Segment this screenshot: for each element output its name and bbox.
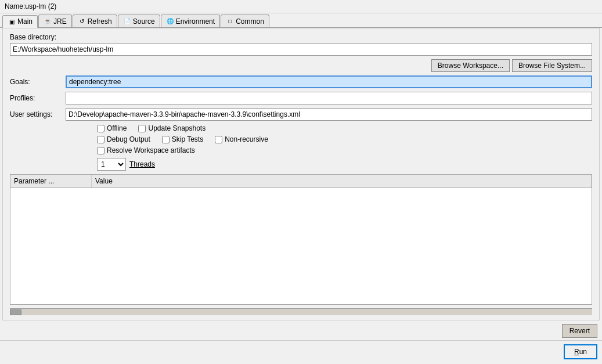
debug-output-checkbox[interactable] xyxy=(97,136,104,143)
checkbox-row-2: Debug Output Skip Tests Non-recursive xyxy=(97,135,592,143)
revert-button[interactable]: Revert xyxy=(562,324,597,338)
goals-label: Goals: xyxy=(10,78,62,86)
name-label: Name: xyxy=(5,2,25,10)
tab-source[interactable]: 📄 Source xyxy=(118,15,160,27)
name-value: usp-lm (2) xyxy=(25,2,56,10)
resolve-workspace-label: Resolve Workspace artifacts xyxy=(107,146,195,154)
profiles-input[interactable] xyxy=(66,92,592,104)
environment-icon: 🌐 xyxy=(166,17,174,26)
tab-refresh[interactable]: ↺ Refresh xyxy=(73,15,117,27)
debug-output-label: Debug Output xyxy=(107,135,150,143)
content-area: Base directory: Browse Workspace... Brow… xyxy=(2,28,600,320)
main-icon: ▣ xyxy=(8,17,16,26)
common-icon: □ xyxy=(226,17,234,26)
tab-source-label: Source xyxy=(133,17,155,26)
skip-tests-label: Skip Tests xyxy=(172,135,203,143)
offline-checkbox[interactable] xyxy=(97,125,104,132)
non-recursive-checkbox[interactable] xyxy=(215,136,222,143)
profiles-row: Profiles: xyxy=(10,92,592,104)
action-buttons: Run xyxy=(0,340,602,364)
update-snapshots-checkbox[interactable] xyxy=(138,125,146,132)
debug-output-checkbox-item[interactable]: Debug Output xyxy=(97,135,150,143)
goals-input[interactable] xyxy=(66,75,592,88)
tab-jre[interactable]: ☕ JRE xyxy=(38,15,72,27)
threads-row: 1 2 4 8 Threads xyxy=(10,158,592,171)
skip-tests-checkbox-item[interactable]: Skip Tests xyxy=(162,135,203,143)
skip-tests-checkbox[interactable] xyxy=(162,136,170,143)
checkboxes-section: Offline Update Snapshots Debug Output Sk… xyxy=(10,124,592,154)
value-col-header: Value xyxy=(92,175,592,188)
tab-common[interactable]: □ Common xyxy=(221,15,269,27)
update-snapshots-label: Update Snapshots xyxy=(148,124,206,132)
browse-buttons-row: Browse Workspace... Browse File System..… xyxy=(10,59,592,72)
goals-row: Goals: xyxy=(10,75,592,88)
title-bar: Name: usp-lm (2) xyxy=(0,0,602,13)
profiles-label: Profiles: xyxy=(10,94,62,102)
table-body xyxy=(10,188,592,302)
refresh-icon: ↺ xyxy=(78,17,86,26)
user-settings-label: User settings: xyxy=(10,110,62,118)
browse-workspace-button[interactable]: Browse Workspace... xyxy=(431,59,510,72)
offline-label: Offline xyxy=(107,124,127,132)
source-icon: 📄 xyxy=(123,17,131,26)
update-snapshots-checkbox-item[interactable]: Update Snapshots xyxy=(138,124,206,132)
base-directory-input[interactable] xyxy=(10,43,592,56)
tab-refresh-label: Refresh xyxy=(88,17,112,26)
table-header: Parameter ... Value xyxy=(10,175,592,188)
threads-label: Threads xyxy=(129,160,155,168)
bottom-revert-row: Revert xyxy=(0,320,602,340)
jre-icon: ☕ xyxy=(44,17,52,26)
resolve-workspace-checkbox-item[interactable]: Resolve Workspace artifacts xyxy=(97,146,195,154)
threads-select[interactable]: 1 2 4 8 xyxy=(97,158,126,171)
browse-filesystem-button[interactable]: Browse File System... xyxy=(512,59,592,72)
tab-jre-label: JRE xyxy=(53,17,67,26)
tab-main[interactable]: ▣ Main xyxy=(2,15,38,28)
parameters-table: Parameter ... Value xyxy=(10,174,592,305)
run-button[interactable]: Run xyxy=(564,344,597,359)
non-recursive-checkbox-item[interactable]: Non-recursive xyxy=(215,135,268,143)
tab-environment-label: Environment xyxy=(176,17,215,26)
resolve-workspace-checkbox[interactable] xyxy=(97,147,104,154)
non-recursive-label: Non-recursive xyxy=(225,135,268,143)
base-directory-section: Base directory: xyxy=(10,33,592,56)
param-col-header: Parameter ... xyxy=(10,175,92,188)
scrollbar-thumb[interactable] xyxy=(10,309,21,315)
tabs-bar: ▣ Main ☕ JRE ↺ Refresh 📄 Source 🌐 Enviro… xyxy=(0,13,602,28)
base-directory-label: Base directory: xyxy=(10,33,592,41)
tab-common-label: Common xyxy=(236,17,264,26)
user-settings-input[interactable] xyxy=(66,108,592,121)
tab-environment[interactable]: 🌐 Environment xyxy=(161,15,220,27)
checkbox-row-1: Offline Update Snapshots xyxy=(97,124,592,132)
user-settings-row: User settings: xyxy=(10,108,592,121)
tab-main-label: Main xyxy=(17,17,33,26)
horizontal-scrollbar[interactable] xyxy=(10,308,592,315)
checkbox-row-3: Resolve Workspace artifacts xyxy=(97,146,592,154)
offline-checkbox-item[interactable]: Offline xyxy=(97,124,127,132)
